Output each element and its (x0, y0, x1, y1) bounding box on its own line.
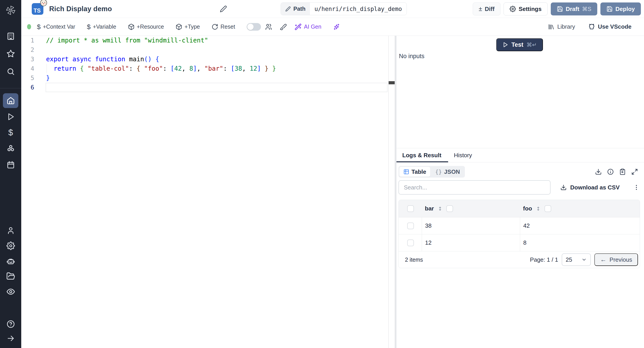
sidebar-item-runs-play-icon[interactable] (0, 110, 21, 124)
code-line[interactable] (46, 45, 276, 54)
line-number: 1 (21, 36, 37, 45)
favorites-star-icon[interactable] (0, 46, 21, 61)
deploy-button[interactable]: Deploy (600, 2, 641, 16)
tab-logs-and-result[interactable]: Logs & Result (396, 148, 448, 162)
code-editor[interactable]: 123456 // import * as wmill from "windmi… (21, 36, 395, 348)
code-line[interactable] (46, 83, 276, 92)
add-context-var-button[interactable]: $ +Context Var (37, 23, 75, 31)
library-icon (548, 24, 554, 30)
format-brush-button[interactable] (280, 23, 287, 30)
previous-page-button[interactable]: ← Previous (594, 254, 638, 266)
diff-button[interactable]: ± Diff (473, 2, 501, 16)
view-option-json[interactable]: {} JSON (431, 167, 464, 177)
draft-shortcut: ⌘S (582, 6, 592, 12)
run-mode-toggle[interactable] (247, 23, 261, 31)
sort-icon[interactable] (536, 206, 541, 211)
code-line[interactable]: // import * as wmill from "windmill-clie… (46, 36, 276, 45)
download-csv-button[interactable]: Download as CSV (560, 184, 620, 191)
add-variable-button[interactable]: $ +Variable (87, 23, 116, 31)
table-row[interactable]: 128 (399, 234, 640, 252)
info-icon[interactable] (607, 168, 614, 175)
diff-label: Diff (485, 6, 494, 12)
add-resource-label: +Resource (137, 24, 164, 30)
overview-ruler-scrollbar[interactable] (388, 36, 395, 348)
sidebar-item-variables-dollar-icon[interactable]: $ (0, 126, 21, 140)
sidebar-item-folders-icon[interactable] (0, 269, 21, 283)
vscode-icon (588, 23, 595, 30)
sparkles-button[interactable] (333, 23, 340, 30)
help-icon[interactable] (0, 317, 21, 331)
sidebar-item-settings-gear-icon[interactable] (0, 239, 21, 253)
path-field[interactable]: Path u/henri/rich_display_demo (281, 2, 407, 15)
magic-wand-icon (294, 23, 302, 30)
more-options-kebab-icon[interactable] (633, 184, 640, 191)
select-all-checkbox[interactable] (407, 205, 414, 212)
users-icon (265, 23, 272, 30)
column-header-bar: bar (425, 205, 434, 212)
expand-icon[interactable] (631, 168, 638, 175)
sort-icon[interactable] (438, 206, 443, 211)
use-vscode-button[interactable]: Use VScode (588, 23, 632, 30)
cursor-position-marker (389, 81, 395, 84)
draft-button[interactable]: Draft ⌘S (551, 2, 597, 16)
braces-icon: {} (435, 169, 442, 175)
brush-icon (280, 23, 287, 30)
table-footer: 2 items Page: 1 / 1 25 ← Previous (399, 252, 640, 268)
clipboard-copy-icon[interactable] (619, 168, 626, 175)
search-input[interactable] (398, 180, 550, 194)
editor-toolbar: $ +Context Var $ +Variable +Resource +Ty… (21, 18, 644, 36)
sidebar-divider (0, 88, 21, 88)
column-header-foo: foo (523, 205, 532, 212)
dollar-icon: $ (37, 23, 41, 31)
code-line[interactable]: } (46, 73, 276, 83)
row-checkbox[interactable] (407, 222, 414, 229)
search-icon[interactable] (0, 64, 21, 79)
table-cell: 38 (422, 218, 520, 234)
download-icon[interactable] (595, 168, 602, 175)
sidebar-item-workers-robot-icon[interactable] (0, 254, 21, 268)
test-label: Test (512, 42, 524, 48)
library-button[interactable]: Library (548, 23, 575, 30)
dollar-icon: $ (87, 23, 90, 31)
page-size-value: 25 (566, 256, 572, 263)
toggle-knob (247, 24, 254, 30)
sidebar-item-audit-eye-icon[interactable] (0, 284, 21, 299)
sidebar-item-home[interactable] (3, 93, 18, 108)
settings-button[interactable]: Settings (504, 2, 548, 16)
add-resource-button[interactable]: +Resource (128, 24, 164, 30)
path-label-segment: Path (281, 3, 310, 15)
package-icon (128, 24, 134, 30)
result-action-icons (595, 168, 642, 175)
panel-resize-handle[interactable] (395, 36, 396, 348)
sidebar-item-resources-cubes-icon[interactable] (0, 142, 21, 156)
workspace-building-icon[interactable] (0, 29, 21, 44)
column-toggle-checkbox[interactable] (544, 205, 551, 212)
pagination: Page: 1 / 1 25 ← Previous (530, 254, 638, 266)
code-line[interactable]: export async function main() { (46, 54, 276, 64)
ai-gen-button[interactable]: AI Gen (294, 23, 321, 30)
page-size-select[interactable]: 25 (562, 254, 591, 266)
sidebar-item-schedules-calendar-icon[interactable] (0, 158, 21, 172)
tab-history[interactable]: History (448, 148, 479, 162)
table-body: 3842128 (399, 218, 640, 252)
line-number: 2 (21, 45, 37, 54)
code-line[interactable]: return { "table-col": { "foo": [42, 8], … (46, 64, 276, 73)
users-icon-button[interactable] (265, 23, 272, 30)
row-checkbox[interactable] (407, 240, 414, 246)
test-button[interactable]: Test ⌘↵ (496, 38, 543, 51)
sidebar-item-users-icon[interactable] (0, 224, 21, 238)
add-type-button[interactable]: +Type (176, 24, 200, 30)
windmill-logo[interactable] (0, 4, 21, 16)
download-csv-label: Download as CSV (570, 184, 620, 191)
expand-sidebar-arrow-icon[interactable] (0, 331, 21, 346)
result-view-toolbar: Table {} JSON (398, 166, 642, 178)
result-tabs: Logs & Result History (396, 148, 644, 162)
table-row[interactable]: 3842 (399, 218, 640, 234)
reset-button[interactable]: Reset (212, 24, 235, 30)
previous-label: Previous (610, 256, 632, 263)
package-icon (176, 24, 182, 30)
reset-label: Reset (220, 24, 235, 30)
edit-title-pencil-icon[interactable] (220, 5, 227, 12)
view-option-table[interactable]: Table (399, 167, 430, 177)
column-toggle-checkbox[interactable] (446, 205, 453, 212)
